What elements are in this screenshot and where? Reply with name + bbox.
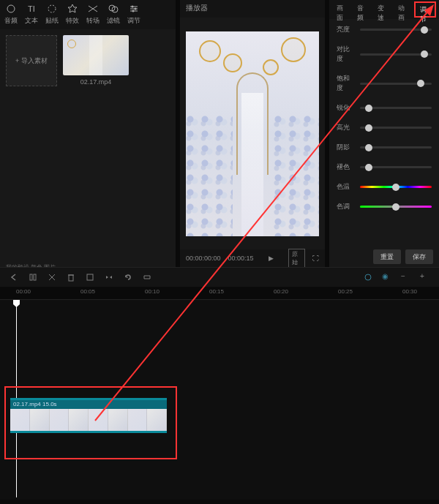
slider-label: 饱和度	[337, 74, 356, 93]
slider-track[interactable]	[360, 206, 432, 208]
svg-rect-9	[34, 274, 36, 280]
slider-thumb[interactable]	[365, 124, 372, 132]
cut-icon[interactable]	[47, 272, 57, 282]
slider-label: 高光	[337, 123, 356, 132]
loop-icon[interactable]	[142, 272, 152, 282]
toolbar-adjust[interactable]: 调节	[127, 3, 140, 26]
thumbnail-preview	[63, 35, 129, 75]
ratio-selector[interactable]: 原始	[288, 249, 305, 268]
adjustment-sliders: 亮度对比度饱和度锐化高光阴影褪色色温色调	[329, 19, 439, 247]
slider-thumb[interactable]	[392, 184, 399, 191]
toolbar-label: 转场	[86, 16, 100, 26]
slider-thumb[interactable]	[421, 50, 428, 58]
slider-row-6: 褪色	[337, 162, 432, 172]
slider-track[interactable]	[360, 29, 432, 31]
slider-thumb[interactable]	[417, 80, 424, 87]
svg-text:TI: TI	[28, 4, 35, 13]
time-current: 00:00:00:00	[186, 255, 221, 262]
slider-row-1: 对比度	[337, 45, 432, 64]
zoom-in-icon[interactable]: +	[420, 272, 430, 282]
slider-track[interactable]	[360, 127, 432, 129]
toolbar-sticker[interactable]: 贴纸	[45, 3, 59, 26]
svg-point-2	[48, 5, 56, 12]
slider-row-2: 饱和度	[337, 74, 432, 93]
tab-audio[interactable]: 音频	[353, 1, 372, 18]
import-media-button[interactable]: + 导入素材	[6, 35, 57, 86]
player-controls: 00:00:00:00 00:00:15 ▶ 原始 ⛶	[180, 249, 325, 267]
slider-label: 色调	[337, 202, 356, 211]
clip-frames	[10, 409, 167, 431]
play-button[interactable]: ▶	[269, 255, 274, 262]
slider-track[interactable]	[360, 166, 432, 168]
slider-row-0: 亮度	[337, 25, 432, 34]
panel-buttons: 重置 保存	[329, 247, 439, 267]
media-panel: 音频 TI 文本 贴纸 特效 转场 滤镜	[0, 0, 176, 267]
slider-track[interactable]	[360, 53, 432, 56]
toolbar-transition[interactable]: 转场	[86, 3, 100, 26]
slider-label: 阴影	[337, 143, 356, 152]
slider-row-8: 色调	[337, 202, 432, 211]
apply-button[interactable]: 保存	[405, 249, 433, 264]
ruler-tick: 00:10	[145, 288, 160, 295]
slider-thumb[interactable]	[421, 26, 428, 34]
slider-track[interactable]	[360, 186, 432, 188]
slider-row-5: 阴影	[337, 143, 432, 152]
crop-icon[interactable]	[85, 272, 95, 282]
toolbar-label: 文本	[25, 16, 38, 26]
timeline-panel: ◉ − + 00:0000:0500:1000:1500:2000:2500:3…	[0, 267, 439, 500]
svg-rect-10	[69, 275, 73, 281]
properties-panel: 画面 音频 变速 动画 调节 亮度对比度饱和度锐化高光阴影褪色色温色调 重置 保…	[329, 0, 439, 267]
fullscreen-icon[interactable]: ⛶	[312, 255, 319, 262]
player-canvas	[186, 31, 319, 236]
property-tabs: 画面 音频 变速 动画 调节	[329, 0, 439, 19]
timeline-tracks[interactable]: 02.17.mp4 15.0s	[0, 300, 439, 497]
slider-thumb[interactable]	[365, 144, 372, 151]
slider-label: 褪色	[337, 162, 356, 172]
ruler-tick: 00:05	[80, 288, 95, 295]
slider-label: 锐化	[337, 103, 356, 113]
slider-row-3: 锐化	[337, 103, 432, 113]
player-panel: 播放器 00:00:00:00 00:00:15 ▶ 原始 ⛶	[180, 0, 325, 267]
split-icon[interactable]	[28, 272, 38, 282]
ruler-tick: 00:20	[274, 288, 288, 295]
player-viewport[interactable]	[180, 18, 325, 249]
tab-adjust[interactable]: 调节	[414, 1, 436, 18]
slider-track[interactable]	[360, 107, 432, 109]
track-icon[interactable]: ◉	[382, 272, 392, 282]
mirror-icon[interactable]	[104, 272, 114, 282]
media-thumbnail[interactable]: 02.17.mp4	[63, 35, 129, 261]
video-clip[interactable]: 02.17.mp4 15.0s	[10, 398, 167, 433]
toolbar-filter[interactable]: 滤镜	[107, 3, 120, 26]
slider-thumb[interactable]	[365, 105, 372, 112]
svg-point-6	[135, 8, 137, 10]
clip-label: 02.17.mp4 15.0s	[10, 400, 167, 409]
undo-icon[interactable]	[9, 272, 19, 282]
tab-picture[interactable]: 画面	[332, 1, 351, 18]
delete-icon[interactable]	[66, 272, 76, 282]
toolbar-label: 贴纸	[45, 16, 59, 26]
svg-rect-8	[30, 274, 32, 280]
import-label: + 导入素材	[15, 56, 48, 66]
reset-button[interactable]: 重置	[373, 249, 401, 264]
slider-thumb[interactable]	[392, 203, 399, 211]
slider-track[interactable]	[360, 83, 432, 85]
snap-icon[interactable]	[363, 272, 373, 282]
svg-point-5	[132, 6, 134, 8]
toolbar-audio[interactable]: 音频	[4, 3, 18, 26]
toolbar-effect[interactable]: 特效	[66, 3, 79, 26]
svg-point-12	[365, 274, 371, 280]
tab-animation[interactable]: 动画	[394, 1, 413, 18]
slider-label: 亮度	[337, 25, 356, 34]
slider-label: 色温	[337, 182, 356, 192]
tab-speed[interactable]: 变速	[373, 1, 392, 18]
slider-thumb[interactable]	[365, 164, 372, 171]
slider-track[interactable]	[360, 146, 432, 148]
rotate-icon[interactable]	[123, 272, 133, 282]
toolbar-label: 滤镜	[107, 16, 120, 26]
toolbar-text[interactable]: TI 文本	[25, 3, 38, 26]
zoom-out-icon[interactable]: −	[401, 272, 411, 282]
timeline-ruler[interactable]: 00:0000:0500:1000:1500:2000:2500:30	[0, 287, 439, 300]
toolbar-label: 音频	[4, 16, 18, 26]
time-total: 00:00:15	[228, 255, 254, 262]
player-title: 播放器	[180, 0, 325, 18]
